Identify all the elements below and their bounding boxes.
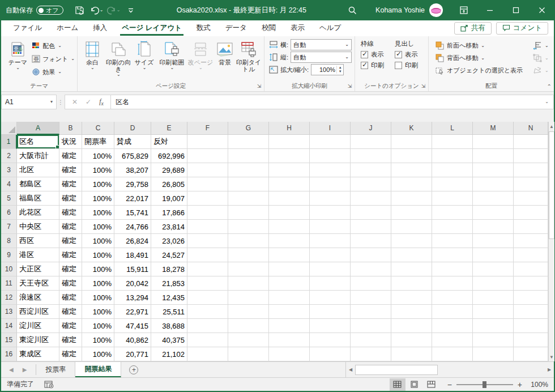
tab-view[interactable]: 表示 <box>283 20 312 36</box>
cell-K4[interactable] <box>391 177 432 191</box>
cell-D7[interactable]: 24,766 <box>114 220 151 234</box>
cell-N16[interactable] <box>514 347 548 361</box>
cell-N12[interactable] <box>514 291 548 305</box>
user-name[interactable]: Kohama Yoshie <box>375 6 425 14</box>
cell-C10[interactable]: 100% <box>82 262 114 276</box>
cell-C4[interactable]: 100% <box>82 177 114 191</box>
horizontal-scrollbar[interactable]: ◀ ▶ <box>345 362 554 377</box>
cell-N11[interactable] <box>514 276 548 291</box>
cell-G12[interactable] <box>228 291 269 305</box>
cell-B5[interactable]: 確定 <box>59 191 82 206</box>
scale-dialog-launcher[interactable]: ⇲ <box>346 83 353 90</box>
row-header-7[interactable]: 7 <box>1 220 17 234</box>
cell-H16[interactable] <box>269 347 310 361</box>
cell-C8[interactable]: 100% <box>82 234 114 248</box>
cell-G3[interactable] <box>228 163 269 177</box>
page-break-view-button[interactable] <box>424 378 439 391</box>
cell-A6[interactable]: 此花区 <box>17 206 59 220</box>
cell-A7[interactable]: 中央区 <box>17 220 59 234</box>
close-button[interactable] <box>529 0 555 20</box>
undo-button[interactable]: ⌄ <box>89 3 104 17</box>
sheet-nav-right-icon[interactable]: ▶ <box>23 367 27 373</box>
cell-M2[interactable] <box>473 149 514 163</box>
cell-D9[interactable]: 18,491 <box>114 248 151 262</box>
scale-spin-arrows-icon[interactable]: ▲▼ <box>336 66 343 74</box>
cell-M6[interactable] <box>473 206 514 220</box>
cell-H11[interactable] <box>269 276 310 291</box>
cell-F13[interactable] <box>187 305 228 319</box>
cell-E10[interactable]: 18,278 <box>151 262 187 276</box>
scroll-down-icon[interactable]: ▼ <box>549 352 554 361</box>
cell-M15[interactable] <box>473 333 514 347</box>
gridlines-print-checkbox[interactable]: 印刷 <box>361 61 384 70</box>
cell-C6[interactable]: 100% <box>82 206 114 220</box>
cell-M14[interactable] <box>473 319 514 333</box>
cell-D1[interactable]: 賛成 <box>114 135 151 149</box>
row-header-1[interactable]: 1 <box>1 135 17 149</box>
cell-D16[interactable]: 20,771 <box>114 347 151 361</box>
zoom-in-icon[interactable]: + <box>518 380 522 389</box>
theme-effects-button[interactable]: 効果⌄ <box>32 66 75 78</box>
cell-M8[interactable] <box>473 234 514 248</box>
cell-B6[interactable]: 確定 <box>59 206 82 220</box>
comment-button[interactable]: コメント <box>496 22 548 35</box>
cell-L13[interactable] <box>432 305 473 319</box>
send-backward-button[interactable]: 背面へ移動⌄ <box>436 53 523 63</box>
cell-H10[interactable] <box>269 262 310 276</box>
formula-bar-grip[interactable]: ⋮ <box>57 95 65 109</box>
column-header-E[interactable]: E <box>151 122 187 135</box>
insert-function-icon[interactable]: fx <box>99 97 104 106</box>
cell-E7[interactable]: 23,814 <box>151 220 187 234</box>
cell-F9[interactable] <box>187 248 228 262</box>
cell-L14[interactable] <box>432 319 473 333</box>
cell-F3[interactable] <box>187 163 228 177</box>
bring-forward-button[interactable]: 前面へ移動⌄ <box>436 40 523 51</box>
cell-B9[interactable]: 確定 <box>59 248 82 262</box>
name-box-dropdown-icon[interactable]: ▾ <box>50 100 53 104</box>
cell-M11[interactable] <box>473 276 514 291</box>
cell-N5[interactable] <box>514 191 548 206</box>
cell-M13[interactable] <box>473 305 514 319</box>
cell-G1[interactable] <box>228 135 269 149</box>
cell-M10[interactable] <box>473 262 514 276</box>
margins-button[interactable]: 余白 ⌄ <box>80 39 105 70</box>
cell-K6[interactable] <box>391 206 432 220</box>
cell-K8[interactable] <box>391 234 432 248</box>
gridlines-view-checkbox[interactable]: 表示 <box>361 50 384 59</box>
cell-B14[interactable]: 確定 <box>59 319 82 333</box>
cell-N4[interactable] <box>514 177 548 191</box>
cell-B12[interactable]: 確定 <box>59 291 82 305</box>
cell-L11[interactable] <box>432 276 473 291</box>
column-header-J[interactable]: J <box>351 122 391 135</box>
cell-B3[interactable]: 確定 <box>59 163 82 177</box>
cell-N8[interactable] <box>514 234 548 248</box>
cell-L9[interactable] <box>432 248 473 262</box>
cell-K15[interactable] <box>391 333 432 347</box>
tab-home[interactable]: ホーム <box>49 20 86 36</box>
cell-M7[interactable] <box>473 220 514 234</box>
row-header-3[interactable]: 3 <box>1 163 17 177</box>
cell-A11[interactable]: 天王寺区 <box>17 276 59 291</box>
cell-A4[interactable]: 都島区 <box>17 177 59 191</box>
cell-N2[interactable] <box>514 149 548 163</box>
cell-B13[interactable]: 確定 <box>59 305 82 319</box>
row-header-11[interactable]: 11 <box>1 276 17 291</box>
cell-N10[interactable] <box>514 262 548 276</box>
background-button[interactable]: 背景 <box>214 39 236 66</box>
row-header-14[interactable]: 14 <box>1 319 17 333</box>
cell-H3[interactable] <box>269 163 310 177</box>
cell-I13[interactable] <box>310 305 351 319</box>
scroll-right-icon[interactable]: ▶ <box>545 362 554 377</box>
column-header-H[interactable]: H <box>269 122 310 135</box>
cell-G6[interactable] <box>228 206 269 220</box>
row-header-8[interactable]: 8 <box>1 234 17 248</box>
cell-C5[interactable]: 100% <box>82 191 114 206</box>
tab-file[interactable]: ファイル <box>6 20 49 36</box>
cell-K7[interactable] <box>391 220 432 234</box>
cell-F16[interactable] <box>187 347 228 361</box>
cell-E5[interactable]: 19,007 <box>151 191 187 206</box>
tab-page-layout[interactable]: ページ レイアウト <box>114 20 189 36</box>
cell-A9[interactable]: 港区 <box>17 248 59 262</box>
cell-F7[interactable] <box>187 220 228 234</box>
align-button[interactable]: ⌄ <box>533 40 549 51</box>
